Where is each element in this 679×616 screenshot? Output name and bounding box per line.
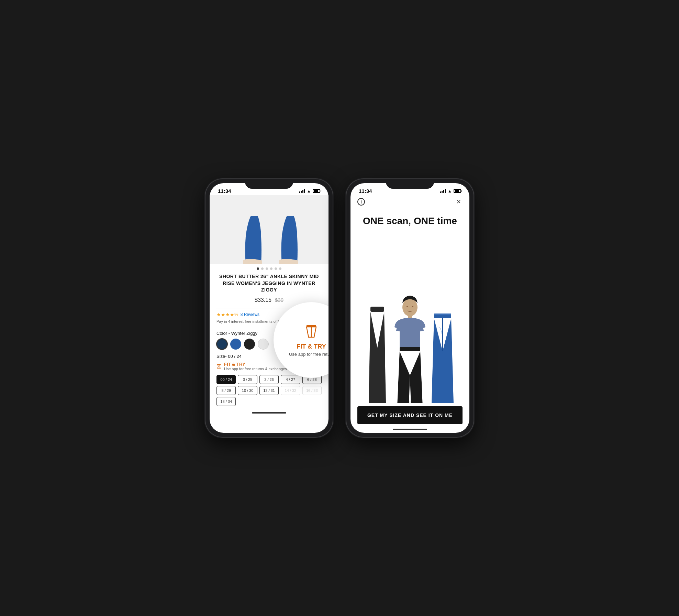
home-bar-1 <box>252 412 286 414</box>
home-indicator-1 <box>210 409 329 416</box>
size-btn-025[interactable]: 0 / 25 <box>238 375 257 384</box>
swatch-blue[interactable] <box>230 339 241 350</box>
svg-point-12 <box>407 306 408 307</box>
dot-2 <box>261 267 264 270</box>
cta-button[interactable]: GET MY SIZE AND SEE IT ON ME <box>357 406 463 424</box>
size-btn-1633: 16 / 33 <box>302 386 322 395</box>
wifi-icon-1: ▲ <box>307 189 311 194</box>
svg-point-13 <box>412 306 413 307</box>
fit-try-text: FIT & TRY Use app for free returns & exc… <box>224 362 287 371</box>
model-right <box>429 314 456 403</box>
signal-icon-1 <box>299 189 305 193</box>
size-btn-427[interactable]: 4 / 27 <box>281 375 300 384</box>
product-photo <box>210 195 329 264</box>
size-btn-1432: 14 / 32 <box>281 386 300 395</box>
size-btn-0024[interactable]: 00 / 24 <box>216 375 236 384</box>
battery-icon-2 <box>454 189 461 193</box>
price-current: $33.15 <box>255 297 271 303</box>
size-btn-1834[interactable]: 18 / 34 <box>216 397 236 406</box>
notch-2 <box>386 179 434 189</box>
fit-try-icon: ⧖ <box>216 362 221 370</box>
price-original: $39 <box>275 297 283 303</box>
star-rating: ★★★★½ <box>216 312 238 317</box>
popup-icon <box>304 323 319 342</box>
phone-1-screen: 11:34 ▲ <box>210 183 329 433</box>
dot-4 <box>270 267 272 270</box>
signal-icon-2 <box>440 189 446 193</box>
swatch-white[interactable] <box>258 339 269 350</box>
size-btn-1231[interactable]: 12 / 31 <box>259 386 279 395</box>
status-icons-1: ▲ <box>299 189 320 194</box>
phones-container: 11:34 ▲ <box>205 179 474 437</box>
fit-try-subtitle: Use app for free returns & exchanges <box>224 367 287 371</box>
status-time-2: 11:34 <box>359 188 372 194</box>
notch-1 <box>245 179 293 189</box>
swatch-navy[interactable] <box>216 339 227 350</box>
fit-try-title: FIT & TRY <box>224 362 287 367</box>
size-btn-1030[interactable]: 10 / 30 <box>238 386 257 395</box>
svg-rect-0 <box>210 195 329 264</box>
model-left <box>364 307 391 403</box>
close-button[interactable]: × <box>455 198 463 206</box>
tryon-title: ONE scan, ONE time <box>350 208 469 230</box>
tryon-header: i × <box>350 195 469 208</box>
wifi-icon-2: ▲ <box>448 189 452 194</box>
model-center <box>388 293 432 403</box>
product-image <box>210 195 329 264</box>
popup-title: FIT & TRY <box>297 343 326 350</box>
phone-2-screen: 11:34 ▲ i <box>350 183 469 433</box>
battery-icon-1 <box>313 189 320 193</box>
info-button[interactable]: i <box>357 198 365 206</box>
svg-point-7 <box>402 298 418 316</box>
dot-1 <box>257 267 259 270</box>
swatch-black[interactable] <box>244 339 255 350</box>
svg-rect-5 <box>370 307 384 312</box>
popup-subtitle: Use app for free retu... <box>289 352 329 357</box>
product-title: SHORT BUTTER 26" ANKLE SKINNY MID RISE W… <box>216 273 322 294</box>
image-dots <box>210 264 329 273</box>
home-bar-2 <box>393 429 427 430</box>
tryon-models <box>350 230 469 403</box>
reviews-link[interactable]: 8 Reviews <box>241 312 259 317</box>
size-grid: 00 / 24 0 / 25 2 / 26 4 / 27 6 / 28 8 / … <box>216 375 322 406</box>
svg-rect-9 <box>400 347 420 351</box>
dot-6 <box>279 267 281 270</box>
phone-1: 11:34 ▲ <box>205 179 333 437</box>
status-time-1: 11:34 <box>218 188 231 194</box>
svg-point-6 <box>391 401 429 403</box>
home-indicator-2 <box>350 426 469 433</box>
status-icons-2: ▲ <box>440 189 461 194</box>
dot-3 <box>266 267 268 270</box>
svg-rect-15 <box>434 314 451 315</box>
phone-2: 11:34 ▲ i <box>346 179 474 437</box>
size-btn-829[interactable]: 8 / 29 <box>216 386 236 395</box>
dot-5 <box>275 267 277 270</box>
size-btn-226[interactable]: 2 / 26 <box>259 375 279 384</box>
